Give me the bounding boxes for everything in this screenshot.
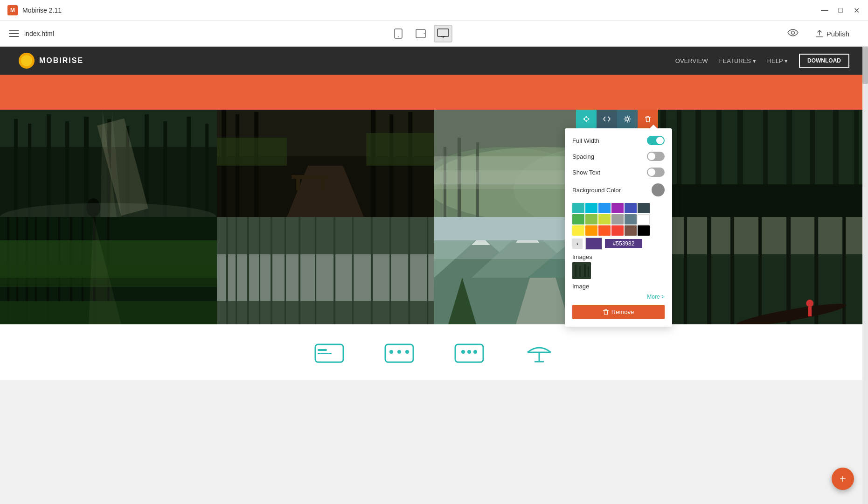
color-swatch-black[interactable] [638,225,650,236]
svg-rect-12 [47,114,51,217]
add-block-fab[interactable]: + [832,468,854,490]
full-width-toggle[interactable] [647,136,665,145]
title-bar: M Mobirise 2.11 — □ ✕ [0,0,868,21]
color-swatch-slate[interactable] [638,203,650,213]
svg-rect-84 [271,217,272,324]
icon-item-4 [523,341,556,364]
svg-rect-120 [808,307,812,316]
image-thumb-1[interactable] [572,262,591,279]
minimize-button[interactable]: — [820,6,829,14]
svg-rect-86 [299,217,300,324]
color-swatch-deeporange[interactable] [598,225,611,236]
svg-point-127 [405,350,409,354]
show-text-toggle[interactable] [647,168,665,177]
svg-rect-18 [163,121,167,217]
svg-rect-16 [126,126,129,217]
gallery-cell-8 [651,217,868,324]
svg-rect-13 [65,121,69,217]
full-width-row: Full Width [572,136,665,145]
color-swatch-red[interactable] [611,225,624,236]
nav-download-button[interactable]: DOWNLOAD [799,54,849,68]
color-swatch-cyan[interactable] [585,203,597,213]
color-prev-button[interactable]: ‹ [572,238,583,249]
nav-overview[interactable]: OVERVIEW [675,57,708,64]
bg-color-swatch[interactable] [652,183,665,196]
title-bar-left: M Mobirise 2.11 [7,5,62,15]
bg-color-label: Background Color [572,187,621,194]
move-block-button[interactable] [576,110,597,128]
close-button[interactable]: ✕ [852,6,861,14]
maximize-button[interactable]: □ [836,6,845,14]
icon-item-1 [313,341,346,364]
color-swatch-orange[interactable] [585,225,597,236]
bg-color-row: Background Color [572,183,665,196]
images-row: Images [572,253,665,260]
svg-rect-20 [205,124,208,217]
images-label: Images [572,253,592,260]
svg-point-131 [473,350,477,354]
color-swatch-green[interactable] [572,214,584,224]
scrollbar[interactable] [862,47,868,504]
color-swatch-teal[interactable] [572,203,584,213]
desktop-view-button[interactable] [434,25,452,42]
svg-point-135 [626,118,629,120]
svg-rect-35 [296,179,300,190]
nav-features[interactable]: FEATURES ▾ [719,57,756,64]
spacing-row: Spacing [572,152,665,161]
color-swatch-white[interactable] [638,214,650,224]
svg-marker-22 [110,110,121,217]
svg-rect-137 [575,265,576,277]
svg-point-129 [461,350,465,354]
color-swatch-blue[interactable] [598,203,611,213]
preview-area: MOBIRISE OVERVIEW FEATURES ▾ HELP ▾ DOWN… [0,47,868,504]
panel-arrow [650,125,657,128]
color-swatch-lightgreen[interactable] [585,214,597,224]
file-name: index.html [24,30,54,37]
color-swatch-grey[interactable] [611,214,624,224]
svg-rect-115 [786,217,791,324]
settings-button[interactable] [617,110,638,128]
scrollbar-thumb[interactable] [862,47,868,84]
more-link[interactable]: More > [572,294,665,300]
preview-button[interactable] [787,28,799,39]
spacing-toggle[interactable] [647,152,665,161]
color-swatch-purple[interactable] [611,203,624,213]
remove-button[interactable]: Remove [572,305,665,319]
svg-rect-38 [366,133,434,166]
svg-rect-140 [588,266,589,277]
color-swatch-yellow[interactable] [572,225,584,236]
publish-button[interactable]: Publish [806,26,859,42]
svg-point-119 [806,300,813,307]
svg-point-1 [398,36,399,37]
color-swatch-bluegrey[interactable] [625,214,637,224]
svg-rect-117 [842,217,846,324]
logo-icon [19,53,35,69]
svg-rect-138 [579,266,581,277]
gallery-cell-5 [0,217,217,324]
menu-button[interactable] [9,30,19,37]
icon-item-2 [383,341,416,364]
code-button[interactable] [597,110,617,128]
svg-point-126 [397,350,401,354]
color-preview [585,238,602,250]
gallery-cell-1 [0,110,217,217]
color-swatch-lime[interactable] [598,214,611,224]
app-logo: M [7,5,18,15]
color-swatch-brown[interactable] [625,225,637,236]
svg-rect-60 [651,184,868,217]
svg-point-7 [791,31,794,34]
svg-rect-139 [584,264,586,277]
window-controls[interactable]: — □ ✕ [820,6,861,14]
nav-links: OVERVIEW FEATURES ▾ HELP ▾ DOWNLOAD [675,54,849,68]
svg-rect-80 [226,217,228,324]
svg-rect-37 [217,138,287,166]
nav-help[interactable]: HELP ▾ [767,57,788,64]
toggle-knob-2 [648,153,655,160]
mobile-view-button[interactable] [389,25,408,42]
color-hex-display[interactable]: #553982 [605,239,642,248]
svg-rect-122 [318,349,327,351]
color-swatch-indigo[interactable] [625,203,637,213]
svg-rect-36 [320,179,324,190]
tablet-view-button[interactable] [411,25,430,42]
svg-rect-82 [247,217,249,324]
